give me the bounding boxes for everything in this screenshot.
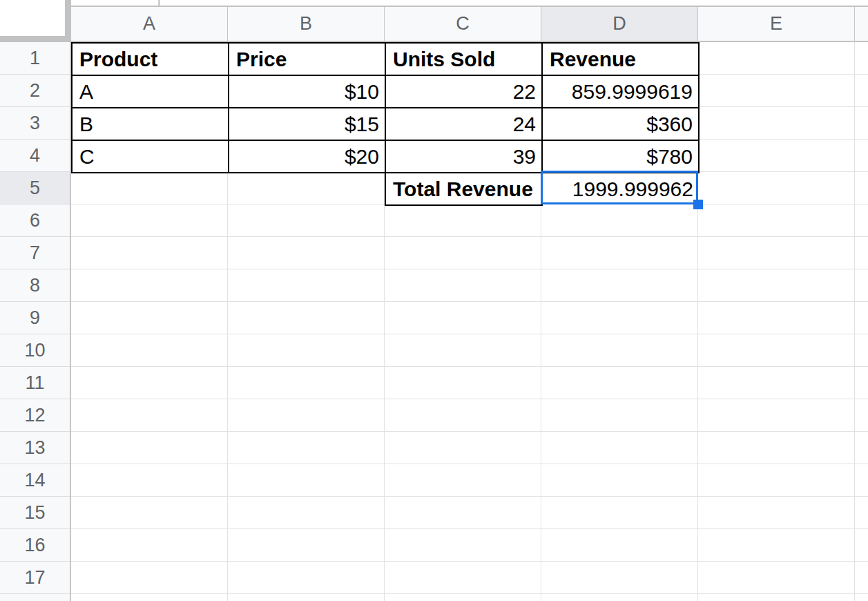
column-header-A[interactable]: A [71, 7, 228, 41]
cell-A3[interactable]: B [72, 108, 229, 140]
row-header-4[interactable]: 4 [0, 140, 70, 172]
row-header-16[interactable]: 16 [0, 529, 70, 562]
cell-A2[interactable]: A [72, 75, 229, 108]
column-header-row: ABCDE [71, 7, 868, 42]
formula-bar-divider-remnant [158, 0, 160, 6]
cell-D4[interactable]: $780 [542, 140, 699, 173]
cell-C2[interactable]: 22 [385, 75, 542, 108]
cell-B3[interactable]: $15 [229, 108, 385, 140]
column-header-partial[interactable] [855, 7, 868, 41]
row-header-2[interactable]: 2 [0, 75, 70, 107]
cell-C4[interactable]: 39 [385, 140, 542, 173]
row-header-13[interactable]: 13 [0, 432, 70, 464]
row-header-5[interactable]: 5 [0, 172, 70, 204]
cell-A4[interactable]: C [72, 140, 229, 173]
row-header-14[interactable]: 14 [0, 464, 70, 497]
gridline-horizontal [71, 561, 868, 562]
row-header-10[interactable]: 10 [0, 334, 70, 367]
gridline-horizontal [71, 496, 868, 497]
column-header-B[interactable]: B [228, 7, 385, 41]
row-header-1[interactable]: 1 [0, 42, 70, 75]
gridline-horizontal [71, 236, 868, 237]
row-header-partial[interactable] [0, 594, 70, 601]
cell-C5[interactable]: Total Revenue [385, 173, 542, 205]
cell-B5[interactable] [229, 173, 385, 205]
cell-A5[interactable] [72, 173, 229, 205]
cell-D2[interactable]: 859.9999619 [542, 75, 699, 108]
gridline-horizontal [71, 464, 868, 464]
row-header-3[interactable]: 3 [0, 107, 70, 140]
row-header-column: 1234567891011121314151617 [0, 42, 71, 601]
cell-D5[interactable]: 1999.999962 [542, 173, 699, 205]
top-strip [0, 0, 868, 6]
select-all-corner[interactable] [0, 0, 71, 42]
cell-C1[interactable]: Units Sold [385, 43, 542, 75]
gridline-horizontal [71, 301, 868, 302]
gridline-horizontal [71, 399, 868, 399]
spreadsheet-grid: ABCDE 1234567891011121314151617 ProductP… [0, 0, 868, 601]
row-header-7[interactable]: 7 [0, 237, 70, 269]
cell-B2[interactable]: $10 [229, 75, 385, 108]
cell-D3[interactable]: $360 [542, 108, 699, 140]
row-header-6[interactable]: 6 [0, 204, 70, 237]
fill-handle[interactable] [693, 200, 703, 209]
row-header-8[interactable]: 8 [0, 269, 70, 302]
cell-A1[interactable]: Product [72, 43, 229, 75]
gridline-vertical [854, 42, 855, 601]
row-header-9[interactable]: 9 [0, 302, 70, 334]
row-header-15[interactable]: 15 [0, 497, 70, 529]
gridline-horizontal [71, 334, 868, 334]
gridline-horizontal [71, 366, 868, 367]
column-header-D[interactable]: D [541, 7, 698, 41]
gridline-horizontal [71, 431, 868, 432]
column-header-E[interactable]: E [698, 7, 855, 41]
data-table: ProductPriceUnits SoldRevenueA$1022859.9… [71, 42, 700, 206]
row-header-17[interactable]: 17 [0, 562, 70, 594]
row-header-12[interactable]: 12 [0, 399, 70, 432]
gridline-horizontal [71, 269, 868, 269]
cell-grid: ProductPriceUnits SoldRevenueA$1022859.9… [71, 42, 868, 601]
gridline-horizontal [71, 528, 868, 529]
cell-D1[interactable]: Revenue [542, 43, 699, 75]
row-header-11[interactable]: 11 [0, 367, 70, 399]
column-header-C[interactable]: C [385, 7, 541, 41]
gridline-horizontal [71, 593, 868, 594]
cell-B1[interactable]: Price [229, 43, 385, 75]
cell-B4[interactable]: $20 [229, 140, 385, 173]
cell-C3[interactable]: 24 [385, 108, 542, 140]
